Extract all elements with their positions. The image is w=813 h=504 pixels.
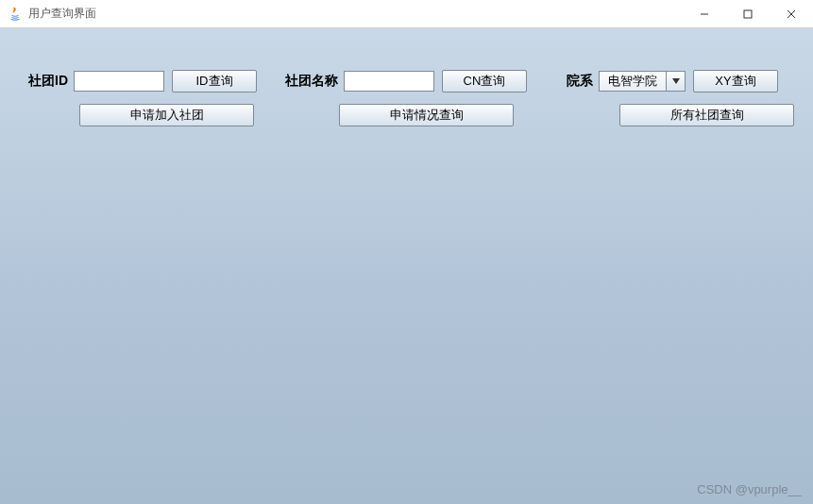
watermark: CSDN @vpurple__ bbox=[697, 482, 802, 496]
club-id-group: 社团ID ID查询 bbox=[28, 70, 257, 92]
svg-marker-4 bbox=[672, 78, 680, 84]
titlebar: 用户查询界面 bbox=[0, 0, 813, 28]
svg-rect-1 bbox=[744, 10, 752, 18]
close-button[interactable] bbox=[770, 0, 813, 28]
club-name-input[interactable] bbox=[344, 71, 434, 92]
client-area: 社团ID ID查询 社团名称 CN查询 院系 电智学院 XY查询 申请加入社团 … bbox=[0, 28, 813, 504]
minimize-button[interactable] bbox=[683, 0, 726, 28]
club-id-label: 社团ID bbox=[28, 73, 68, 90]
window-controls bbox=[683, 0, 813, 28]
xy-query-button[interactable]: XY查询 bbox=[693, 70, 778, 92]
chevron-down-icon bbox=[666, 72, 685, 91]
id-query-button[interactable]: ID查询 bbox=[172, 70, 257, 92]
query-row: 社团ID ID查询 社团名称 CN查询 院系 电智学院 XY查询 bbox=[28, 70, 778, 92]
all-clubs-button[interactable]: 所有社团查询 bbox=[619, 104, 794, 126]
dept-select-value: 电智学院 bbox=[600, 72, 666, 91]
club-id-input[interactable] bbox=[74, 71, 164, 92]
dept-label: 院系 bbox=[567, 73, 593, 90]
window-title: 用户查询界面 bbox=[28, 6, 96, 22]
apply-join-button[interactable]: 申请加入社团 bbox=[79, 104, 254, 126]
maximize-button[interactable] bbox=[726, 0, 770, 28]
cn-query-button[interactable]: CN查询 bbox=[442, 70, 527, 92]
java-app-icon bbox=[8, 7, 23, 22]
dept-select[interactable]: 电智学院 bbox=[599, 71, 686, 92]
apply-status-button[interactable]: 申请情况查询 bbox=[339, 104, 514, 126]
club-name-group: 社团名称 CN查询 bbox=[285, 70, 527, 92]
action-row: 申请加入社团 申请情况查询 所有社团查询 bbox=[28, 104, 794, 126]
dept-group: 院系 电智学院 XY查询 bbox=[567, 70, 778, 92]
club-name-label: 社团名称 bbox=[285, 73, 338, 90]
